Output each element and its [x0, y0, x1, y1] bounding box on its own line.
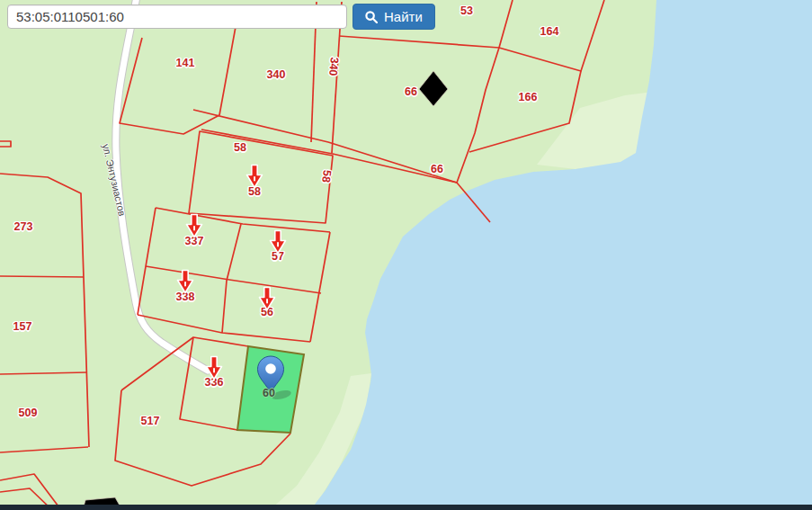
- search-button[interactable]: Найти: [352, 4, 435, 30]
- location-pin: [254, 354, 294, 401]
- pin-hole: [265, 363, 276, 374]
- map-canvas[interactable]: [0, 0, 812, 510]
- taskbar-edge: [0, 505, 812, 510]
- cadastral-map-app: 1413403405316466166665858582733375733856…: [0, 0, 812, 510]
- pin-shadow: [271, 389, 292, 401]
- cadastral-number-input[interactable]: [7, 4, 347, 29]
- search-icon: [365, 11, 378, 23]
- search-button-label: Найти: [384, 9, 423, 24]
- search-bar: Найти: [7, 4, 435, 30]
- pin-body: [258, 356, 284, 394]
